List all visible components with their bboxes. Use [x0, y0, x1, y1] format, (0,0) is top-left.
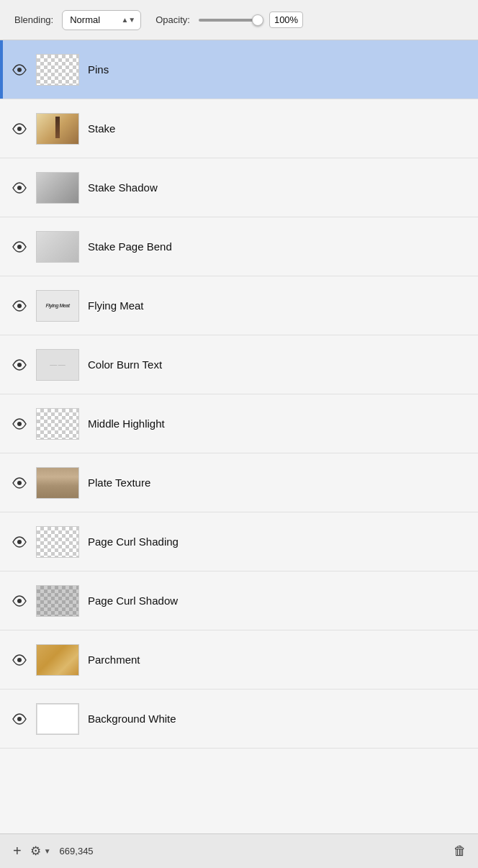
- delete-layer-button[interactable]: 🗑: [454, 844, 466, 859]
- eye-icon[interactable]: [12, 357, 27, 373]
- eye-icon[interactable]: [12, 180, 27, 196]
- svg-point-6: [17, 422, 22, 426]
- eye-icon[interactable]: [12, 239, 27, 255]
- svg-point-5: [17, 363, 22, 367]
- svg-point-9: [17, 599, 22, 603]
- list-item[interactable]: Background White: [0, 690, 478, 749]
- list-item[interactable]: Middle Highlight: [0, 394, 478, 453]
- layer-thumbnail: [36, 408, 79, 440]
- opacity-value[interactable]: 100%: [269, 12, 303, 28]
- layer-thumbnail: [36, 54, 79, 86]
- layer-thumbnail: [36, 644, 79, 676]
- layer-thumbnail: [36, 231, 79, 263]
- list-item[interactable]: Pins: [0, 40, 478, 99]
- layer-thumbnail: [36, 467, 79, 499]
- gear-button[interactable]: ⚙: [29, 842, 42, 860]
- layers-list: PinsStakeStake ShadowStake Page BendFlyi…: [0, 40, 478, 833]
- layer-name: Stake: [88, 122, 466, 135]
- eye-icon[interactable]: [12, 298, 27, 314]
- svg-point-7: [17, 481, 22, 485]
- svg-point-11: [17, 717, 22, 721]
- eye-icon[interactable]: [12, 534, 27, 550]
- opacity-slider-wrapper: 100%: [199, 12, 303, 28]
- gear-group: ⚙ ▼: [29, 842, 51, 860]
- layer-thumbnail: Flying Meat: [36, 290, 79, 322]
- opacity-slider[interactable]: [199, 19, 263, 22]
- list-item[interactable]: Stake: [0, 99, 478, 158]
- list-item[interactable]: Plate Texture: [0, 453, 478, 512]
- list-item[interactable]: Parchment: [0, 630, 478, 690]
- layer-name: Middle Highlight: [88, 417, 466, 430]
- list-item[interactable]: —— ——Color Burn Text: [0, 335, 478, 394]
- layer-name: Pins: [88, 63, 466, 76]
- layer-thumbnail: [36, 172, 79, 204]
- bottom-toolbar: + ⚙ ▼ 669,345 🗑: [0, 833, 478, 868]
- layer-name: Color Burn Text: [88, 358, 466, 371]
- svg-point-3: [17, 245, 22, 249]
- layer-name: Plate Texture: [88, 476, 466, 489]
- blending-select[interactable]: NormalMultiplyScreenOverlayDarkenLighten…: [62, 10, 141, 30]
- eye-icon[interactable]: [12, 593, 27, 609]
- gear-dropdown-arrow[interactable]: ▼: [44, 847, 51, 855]
- opacity-label: Opacity:: [155, 14, 190, 25]
- layer-name: Background White: [88, 713, 466, 725]
- list-item[interactable]: Stake Shadow: [0, 158, 478, 217]
- list-item[interactable]: Page Curl Shadow: [0, 571, 478, 630]
- list-item[interactable]: Page Curl Shading: [0, 512, 478, 571]
- list-item[interactable]: Stake Page Bend: [0, 217, 478, 276]
- add-layer-button[interactable]: +: [12, 841, 23, 861]
- svg-point-2: [17, 186, 22, 190]
- eye-icon[interactable]: [12, 416, 27, 432]
- layer-name: Page Curl Shadow: [88, 595, 466, 607]
- eye-icon[interactable]: [12, 711, 27, 727]
- svg-point-4: [17, 304, 22, 308]
- eye-icon[interactable]: [12, 62, 27, 78]
- list-item[interactable]: Flying MeatFlying Meat: [0, 276, 478, 335]
- toolbar: Blending: NormalMultiplyScreenOverlayDar…: [0, 0, 478, 40]
- layer-thumbnail: [36, 526, 79, 558]
- eye-icon[interactable]: [12, 652, 27, 668]
- svg-point-1: [17, 127, 22, 131]
- layer-name: Page Curl Shading: [88, 535, 466, 548]
- layer-name: Stake Shadow: [88, 181, 466, 194]
- layer-count: 669,345: [60, 846, 94, 856]
- layer-name: Flying Meat: [88, 299, 466, 312]
- eye-icon[interactable]: [12, 121, 27, 137]
- layer-thumbnail: [36, 703, 79, 735]
- blend-select-wrapper: NormalMultiplyScreenOverlayDarkenLighten…: [62, 10, 141, 30]
- layer-name: Parchment: [88, 654, 466, 666]
- svg-point-10: [17, 658, 22, 662]
- svg-point-0: [17, 68, 22, 72]
- layer-thumbnail: —— ——: [36, 349, 79, 381]
- layer-name: Stake Page Bend: [88, 240, 466, 253]
- layer-thumbnail: [36, 113, 79, 145]
- eye-icon[interactable]: [12, 475, 27, 491]
- svg-point-8: [17, 540, 22, 544]
- app-window: Blending: NormalMultiplyScreenOverlayDar…: [0, 0, 478, 868]
- layer-thumbnail: [36, 585, 79, 617]
- blending-label: Blending:: [14, 14, 53, 25]
